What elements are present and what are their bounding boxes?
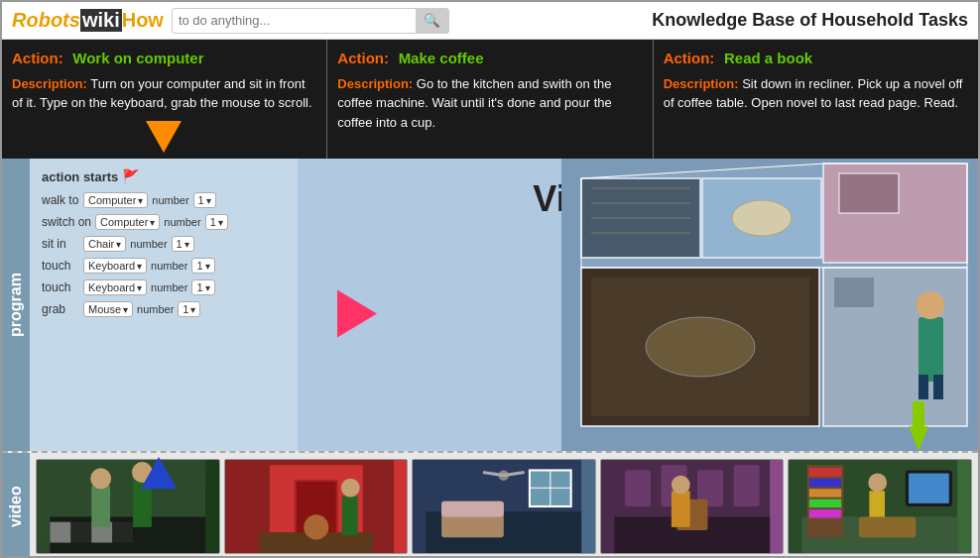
num-3[interactable]: 1 xyxy=(172,236,194,252)
svg-rect-25 xyxy=(70,522,91,543)
svg-point-70 xyxy=(869,474,888,493)
num-label-4: number xyxy=(151,260,187,272)
action-starts: action starts 🚩 xyxy=(42,168,286,184)
dropdown-computer-1[interactable]: Computer xyxy=(83,192,148,208)
svg-rect-28 xyxy=(91,486,110,527)
svg-point-58 xyxy=(672,476,690,495)
desc-label-2: Description: xyxy=(337,76,413,91)
dropdown-keyboard-1[interactable]: Keyboard xyxy=(83,258,147,274)
num-6[interactable]: 1 xyxy=(178,301,200,317)
svg-rect-55 xyxy=(733,465,759,506)
video-frame-4 xyxy=(600,459,785,554)
svg-rect-21 xyxy=(913,401,924,429)
dropdown-computer-2[interactable]: Computer xyxy=(95,214,160,230)
action-panel-3: Action: Read a book Description: Sit dow… xyxy=(654,40,978,159)
logo-robots: Robots xyxy=(12,9,80,32)
search-button[interactable]: 🔍 xyxy=(416,9,448,33)
svg-point-16 xyxy=(917,291,944,319)
svg-point-12 xyxy=(646,317,755,377)
dropdown-chair[interactable]: Chair xyxy=(83,236,126,252)
svg-rect-43 xyxy=(441,502,504,517)
dropdown-keyboard-2[interactable]: Keyboard xyxy=(83,279,147,295)
svg-rect-15 xyxy=(919,317,943,382)
svg-rect-63 xyxy=(809,479,841,487)
action-value-3: Read a book xyxy=(724,50,812,66)
action-starts-text: action starts xyxy=(42,169,118,184)
video-frame-2 xyxy=(224,459,409,554)
video-frame-3 xyxy=(412,459,596,554)
action-value-2: Make coffee xyxy=(399,50,484,66)
svg-rect-68 xyxy=(909,474,949,503)
svg-rect-65 xyxy=(809,500,841,507)
main-area: program action starts 🚩 walk to Computer… xyxy=(2,159,978,451)
num-label-6: number xyxy=(137,303,174,315)
num-label-5: number xyxy=(151,281,187,293)
num-1[interactable]: 1 xyxy=(193,192,216,208)
action-label-1: Action: xyxy=(12,50,63,66)
svg-rect-18 xyxy=(933,375,943,399)
verb-2: switch on xyxy=(42,215,91,229)
search-icon: 🔍 xyxy=(424,13,440,28)
dropdown-mouse[interactable]: Mouse xyxy=(83,301,133,317)
svg-point-37 xyxy=(304,514,328,539)
svg-rect-17 xyxy=(919,375,928,399)
verb-1: walk to xyxy=(42,193,79,207)
program-panel: action starts 🚩 walk to Computer number … xyxy=(30,159,298,451)
arrow-up-blue xyxy=(141,457,177,489)
svg-rect-24 xyxy=(50,522,70,543)
verb-4: touch xyxy=(42,259,79,273)
svg-rect-64 xyxy=(809,489,841,497)
svg-rect-62 xyxy=(809,468,841,476)
arrow-right-pink xyxy=(337,289,377,341)
logo-wiki: wiki xyxy=(80,9,122,32)
search-input[interactable] xyxy=(173,13,416,28)
block-row-3: sit in Chair number 1 xyxy=(42,236,286,252)
block-row-4: touch Keyboard number 1 xyxy=(42,258,286,274)
svg-rect-52 xyxy=(625,470,651,506)
desc-label-3: Description: xyxy=(664,76,739,91)
svg-rect-27 xyxy=(112,522,133,543)
num-label-1: number xyxy=(152,194,188,206)
num-label-2: number xyxy=(164,216,200,228)
num-5[interactable]: 1 xyxy=(191,279,214,295)
svg-rect-57 xyxy=(672,491,690,527)
search-bar[interactable]: 🔍 xyxy=(172,8,449,34)
num-label-3: number xyxy=(130,238,167,250)
video-frame-1 xyxy=(36,459,220,554)
program-label: program xyxy=(2,159,30,451)
video-label: video xyxy=(2,453,30,558)
action-label-3: Action: xyxy=(664,50,715,66)
num-4[interactable]: 1 xyxy=(191,258,214,274)
svg-rect-14 xyxy=(834,278,874,307)
desc-label-1: Description: xyxy=(12,76,87,91)
arrow-down-orange xyxy=(146,121,182,153)
page-title: Knowledge Base of Household Tasks xyxy=(652,10,968,31)
header: Robots wiki How 🔍 Knowledge Base of Hous… xyxy=(2,2,978,40)
svg-rect-38 xyxy=(342,497,358,536)
block-row-5: touch Keyboard number 1 xyxy=(42,279,286,295)
block-row-2: switch on Computer number 1 xyxy=(42,214,286,230)
house-visual xyxy=(561,159,978,451)
flag-icon: 🚩 xyxy=(122,168,139,184)
verb-6: grab xyxy=(42,302,79,316)
svg-marker-19 xyxy=(581,164,967,268)
video-frame-5 xyxy=(788,459,972,554)
house-svg xyxy=(561,159,978,451)
verb-5: touch xyxy=(42,280,79,294)
block-row-6: grab Mouse number 1 xyxy=(42,301,286,317)
svg-point-29 xyxy=(90,468,111,489)
svg-point-39 xyxy=(340,479,359,498)
action-panel-2: Action: Make coffee Description: Go to t… xyxy=(327,40,653,159)
svg-rect-66 xyxy=(809,509,841,517)
logo-how: How xyxy=(122,9,164,32)
num-2[interactable]: 1 xyxy=(205,214,228,230)
verb-3: sit in xyxy=(42,237,79,251)
block-row-1: walk to Computer number 1 xyxy=(42,192,286,208)
action-label-2: Action: xyxy=(337,50,389,66)
svg-rect-71 xyxy=(859,516,916,537)
action-value-1: Work on computer xyxy=(72,50,203,66)
